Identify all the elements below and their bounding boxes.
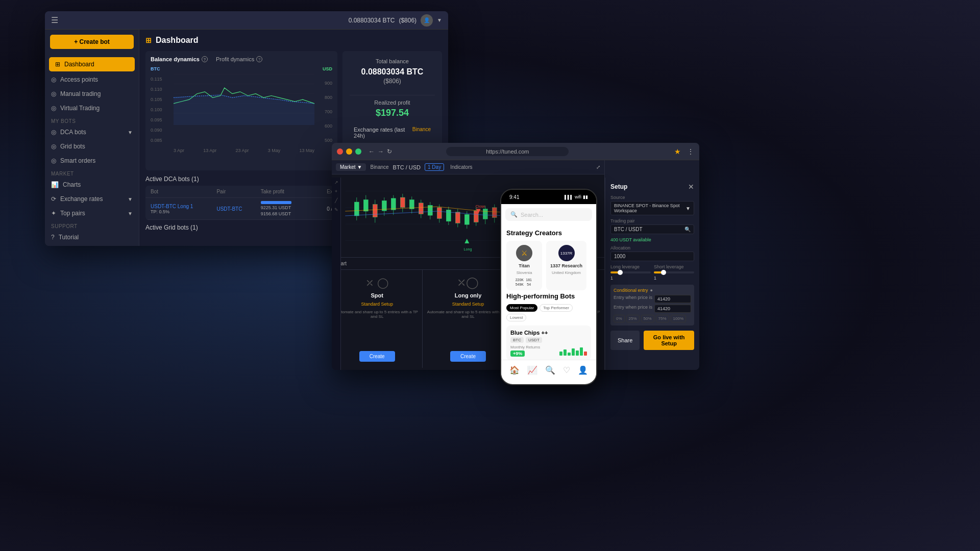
forward-arrow-icon[interactable]: → (378, 148, 384, 155)
trading-pair-value[interactable]: BTC / USDT 🔍 (610, 224, 694, 234)
sidebar-item-dca-bots[interactable]: ◎ DCA bots ▼ (45, 125, 139, 139)
svg-rect-12 (354, 202, 359, 216)
avatar[interactable]: 👤 (421, 14, 433, 27)
balance-usd-value: ($806) (383, 78, 401, 85)
create-bot-button[interactable]: + Create bot (50, 35, 134, 49)
support-section-label: SUPPORT (45, 220, 139, 230)
hamburger-icon[interactable]: ☰ (51, 15, 58, 25)
research-creator-card[interactable]: 1337R 1337 Research United Kingdom (546, 241, 586, 290)
star-icon[interactable]: ★ (674, 147, 681, 156)
long-create-button[interactable]: Create (450, 351, 486, 362)
balance-chart-card: Balance dynamics ? Profit dynamics ? BTC… (145, 51, 337, 170)
sidebar-item-exchange-rates[interactable]: ⟳ Exchange rates ▼ (45, 192, 139, 206)
sidebar-item-settings[interactable]: ⚙ Settings (45, 244, 139, 246)
research-country: United Kingdom (552, 270, 581, 275)
sidebar-item-grid-bots[interactable]: ◎ Grid bots (45, 139, 139, 154)
titan-avatar: ⚔ (516, 245, 532, 261)
allocation-value[interactable]: 1000 (610, 252, 694, 261)
pct-75[interactable]: 75% (656, 315, 669, 322)
allocation-label: Allocation (610, 245, 694, 251)
long-icon: ⤫◯ (457, 276, 479, 289)
search-placeholder: Search... (521, 212, 543, 218)
close-icon[interactable]: ✕ (688, 183, 694, 191)
source-value[interactable]: BINANCE SPOT - Binance Spot Workspace ▼ (610, 201, 694, 215)
short-leverage-label: Short leverage (654, 264, 694, 269)
profit-dynamics-tab[interactable]: Profit dynamics ? (216, 56, 262, 62)
sidebar-item-smart-orders[interactable]: ◎ Smart orders (45, 154, 139, 168)
sidebar-item-access-points[interactable]: ◎ Access points (45, 72, 139, 87)
usdt-tag: USDT (526, 337, 542, 343)
filter-lowest[interactable]: Lowest (506, 314, 526, 321)
expand-icon[interactable]: ⤢ (596, 164, 600, 170)
my-bots-section-label: MY BOTS (45, 115, 139, 125)
sidebar: + Create bot ⊞ Dashboard ◎ Access points… (45, 30, 139, 246)
balance-chart-area: BTC 0.115 0.110 0.105 0.100 0.095 0.090 … (151, 66, 332, 153)
indicators-label[interactable]: Indicators (450, 164, 472, 170)
browser-btn-max[interactable] (355, 148, 361, 155)
heart-nav-icon[interactable]: ♡ (563, 365, 570, 375)
spot-create-button[interactable]: Create (359, 351, 395, 362)
short-leverage-slider[interactable] (654, 271, 694, 273)
pct-100[interactable]: 100% (671, 315, 686, 322)
dashboard-title: ⊞ Dashboard (145, 36, 442, 45)
spot-subtitle: Standard Setup (361, 302, 393, 307)
browser-url-bar[interactable]: https://tuned.com (446, 147, 569, 156)
titan-name: Titan (519, 263, 529, 268)
pct-25[interactable]: 25% (626, 315, 640, 322)
search-nav-icon[interactable]: 🔍 (545, 365, 555, 375)
go-live-button[interactable]: Go live with Setup (644, 331, 694, 350)
svg-rect-14 (363, 200, 368, 212)
line-tool[interactable]: ╱ (335, 198, 337, 203)
browser-btn-back[interactable] (337, 148, 343, 155)
home-nav-icon[interactable]: 🏠 (509, 365, 520, 375)
long-leverage-slider[interactable] (610, 271, 651, 273)
chart-x-labels: 3 Apr 13 Apr 23 Apr 3 May 13 May (174, 148, 314, 153)
active-dca-title: Active DCA bots (1) (145, 176, 199, 183)
market-button[interactable]: Market ▼ (336, 163, 366, 171)
sidebar-item-tutorial[interactable]: ? Tutorial (45, 230, 139, 244)
phone-content: 🔍 Search... Strategy Creators ⚔ Titan Sl… (501, 204, 596, 384)
chart-y-left-labels: BTC 0.115 0.110 0.105 0.100 0.095 0.090 … (151, 66, 174, 143)
balance-dynamics-tab[interactable]: Balance dynamics ? (151, 56, 208, 62)
crosshair-tool[interactable]: + (335, 189, 337, 194)
bar-5 (576, 350, 579, 356)
share-button[interactable]: Share (610, 331, 640, 350)
sidebar-item-virtual-trading[interactable]: ◎ Virtual Trading (45, 101, 139, 115)
pct-50[interactable]: 50% (641, 315, 654, 322)
allocation-field: Allocation 1000 (610, 245, 694, 261)
phone-status-bar: 9:41 ▌▌▌ wifi ▮▮ (501, 190, 596, 204)
sidebar-item-dashboard[interactable]: ⊞ Dashboard (49, 57, 135, 71)
dashboard-icon: ⊞ (55, 61, 60, 68)
profile-nav-icon[interactable]: 👤 (578, 365, 588, 375)
entry-input-2[interactable] (654, 305, 691, 313)
svg-rect-36 (464, 214, 469, 224)
entry-input-1[interactable] (654, 295, 691, 303)
blue-chips-return: +9% (510, 350, 540, 356)
menu-icon[interactable]: ⋮ (687, 147, 694, 156)
chart-timeframe-label[interactable]: 1 Day (425, 163, 444, 171)
conditional-entry-label: Conditional entry ● (614, 288, 691, 293)
conditional-entry-section: Conditional entry ● Entry when price is … (610, 285, 694, 325)
sidebar-item-top-pairs[interactable]: ✦ Top pairs ▼ (45, 206, 139, 220)
titan-country: Slovenia (517, 270, 532, 275)
pct-0[interactable]: 0% (614, 315, 625, 322)
phone-time: 9:41 (509, 194, 519, 200)
filter-most-popular[interactable]: Most Popular (506, 304, 537, 312)
profit-bar-container: 9225.31 USDT 9156.68 USDT (261, 201, 327, 216)
pencil-tool[interactable]: ✎ (334, 207, 338, 212)
bar-2 (564, 349, 567, 356)
back-arrow-icon[interactable]: ← (369, 148, 375, 155)
chart-nav-icon[interactable]: 📈 (527, 365, 537, 375)
browser-btn-min[interactable] (346, 148, 352, 155)
phone-search-bar[interactable]: 🔍 Search... (505, 208, 592, 221)
refresh-icon[interactable]: ↻ (387, 148, 392, 155)
sidebar-item-charts[interactable]: 📊 Charts (45, 178, 139, 192)
source-chevron-icon: ▼ (685, 206, 691, 211)
cursor-tool[interactable]: ↖ (334, 181, 339, 185)
sidebar-item-manual-trading[interactable]: ◎ Manual trading (45, 87, 139, 101)
svg-rect-34 (455, 212, 460, 223)
exchange-header: Exchange rates (last 24h) Binance (354, 127, 431, 139)
titan-creator-card[interactable]: ⚔ Titan Slovenia 220K 181 549K 54 (506, 241, 542, 290)
blue-chips-card[interactable]: Blue Chips ++ BTC USDT Monthly Returns +… (506, 325, 591, 360)
filter-top-performer[interactable]: Top Performer (540, 304, 573, 312)
